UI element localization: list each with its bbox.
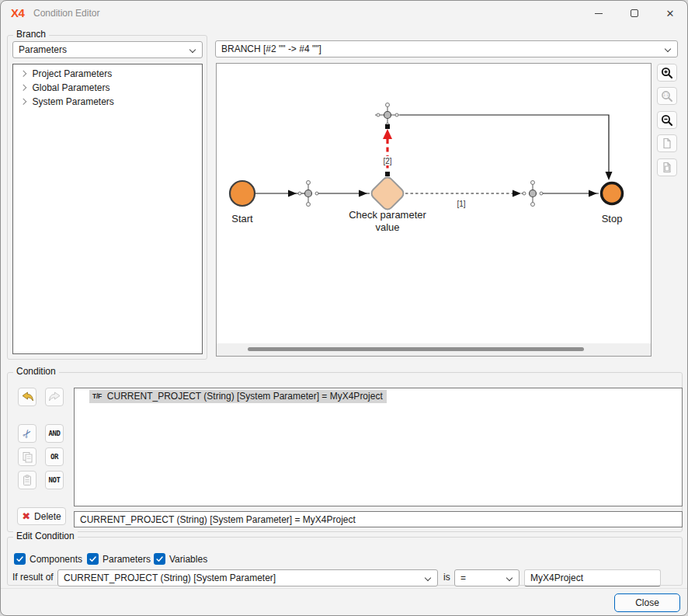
chevron-right-icon[interactable] xyxy=(20,99,26,105)
scrollbar-thumb[interactable] xyxy=(248,347,584,351)
workflow-canvas[interactable]: [1] xyxy=(216,63,652,357)
delete-label: Delete xyxy=(34,511,61,522)
arrowhead-icon xyxy=(513,190,521,197)
condition-group: Condition ✂ AND OR xyxy=(7,372,683,532)
condition-expression-field[interactable]: CURRENT_PROJECT (String) [System Paramet… xyxy=(74,511,683,527)
checkbox-checked-icon[interactable] xyxy=(154,553,165,565)
tree-item-project-parameters[interactable]: Project Parameters xyxy=(13,67,202,81)
canvas-horizontal-scrollbar[interactable] xyxy=(217,343,651,356)
branch-edge-2-selected[interactable]: [2] xyxy=(380,124,394,176)
tree-item-system-parameters[interactable]: System Parameters xyxy=(13,95,202,109)
variables-checkbox[interactable]: Variables xyxy=(154,553,207,565)
scissors-icon: ✂ xyxy=(20,426,34,440)
copy-button[interactable] xyxy=(18,447,36,466)
edit-condition-group-label: Edit Condition xyxy=(13,531,78,541)
undo-button[interactable] xyxy=(18,388,36,406)
zoom-actual-size-button[interactable]: 1:1 xyxy=(657,87,677,105)
title-bar[interactable]: X4 Condition Editor ✕ xyxy=(1,1,687,26)
true-false-icon: T/F xyxy=(92,392,102,400)
x4-logo-icon: X4 xyxy=(11,6,24,19)
checkbox-label: Parameters xyxy=(103,554,151,565)
checkbox-label: Variables xyxy=(169,554,207,565)
branch-select[interactable]: BRANCH [#2 "" -> #4 ""] xyxy=(215,40,678,57)
condition-row-text: CURRENT_PROJECT (String) [System Paramet… xyxy=(107,391,383,402)
chevron-right-icon[interactable] xyxy=(20,85,26,91)
maximize-icon xyxy=(631,9,638,17)
cut-button[interactable]: ✂ xyxy=(18,424,36,443)
maximize-button[interactable] xyxy=(617,1,652,26)
redo-button[interactable] xyxy=(45,388,64,406)
or-button[interactable]: OR xyxy=(45,447,64,466)
stop-node[interactable] xyxy=(602,183,623,204)
zoom-actual-size-icon: 1:1 xyxy=(661,90,673,103)
parameter-select[interactable]: CURRENT_PROJECT (String) [System Paramet… xyxy=(57,569,438,586)
close-window-button[interactable]: ✕ xyxy=(652,1,688,26)
redo-icon xyxy=(48,392,61,402)
checkbox-checked-icon[interactable] xyxy=(87,553,99,565)
minimize-icon xyxy=(595,13,603,14)
arrowhead-icon xyxy=(606,172,613,180)
fit-page-button[interactable] xyxy=(657,134,677,152)
paste-icon xyxy=(22,475,33,486)
fit-width-button[interactable] xyxy=(657,158,677,176)
zoom-in-icon xyxy=(661,67,673,79)
branch-group-label: Branch xyxy=(13,29,49,40)
start-node[interactable] xyxy=(230,181,255,206)
edit-condition-group: Edit Condition Components Parameters Var… xyxy=(7,537,683,586)
svg-text:1:1: 1:1 xyxy=(663,93,669,97)
stop-node-label: Stop xyxy=(602,213,623,224)
condition-list[interactable]: T/F CURRENT_PROJECT (String) [System Par… xyxy=(74,388,683,506)
minimize-button[interactable] xyxy=(581,1,617,26)
operator-select-value: = xyxy=(460,572,466,583)
chevron-right-icon[interactable] xyxy=(20,71,26,77)
tree-item-global-parameters[interactable]: Global Parameters xyxy=(13,81,202,95)
zoom-out-button[interactable] xyxy=(657,111,677,129)
tree-item-label: Global Parameters xyxy=(33,82,110,93)
chevron-down-icon xyxy=(665,46,671,52)
parameters-tree[interactable]: Project Parameters Global Parameters Sys… xyxy=(12,64,203,354)
edge-connector-node[interactable] xyxy=(375,103,400,127)
branch-source-value: Parameters xyxy=(19,44,67,55)
not-button[interactable]: NOT xyxy=(45,471,64,489)
and-label: AND xyxy=(49,430,61,437)
edge-1-label: [1] xyxy=(457,200,465,208)
chevron-down-icon xyxy=(506,575,513,581)
is-label: is xyxy=(443,572,450,583)
chevron-down-icon xyxy=(189,47,196,53)
arrowhead-icon xyxy=(288,190,297,197)
branch-source-select[interactable]: Parameters xyxy=(12,41,203,58)
delete-button[interactable]: ✖ Delete xyxy=(17,507,66,525)
window-title: Condition Editor xyxy=(33,8,99,19)
page-icon xyxy=(662,162,672,173)
if-result-of-label: If result of xyxy=(12,572,54,583)
close-button[interactable]: Close xyxy=(614,593,680,612)
close-icon: ✕ xyxy=(666,8,675,19)
checkbox-checked-icon[interactable] xyxy=(14,553,26,565)
arrowhead-icon xyxy=(359,190,367,197)
and-button[interactable]: AND xyxy=(45,424,64,443)
start-node-label: Start xyxy=(231,213,253,224)
not-label: NOT xyxy=(49,476,61,484)
tree-item-label: System Parameters xyxy=(33,96,114,107)
operator-select[interactable]: = xyxy=(454,569,519,586)
flow-edge[interactable] xyxy=(400,115,609,178)
edge-2-label: [2] xyxy=(383,157,391,165)
parameters-checkbox[interactable]: Parameters xyxy=(87,553,151,565)
copy-icon xyxy=(22,451,33,463)
compare-value-input[interactable] xyxy=(524,569,661,586)
components-checkbox[interactable]: Components xyxy=(14,553,82,565)
branch-select-value: BRANCH [#2 "" -> #4 ""] xyxy=(221,44,321,54)
footer-divider xyxy=(1,588,687,589)
condition-row-selected[interactable]: T/F CURRENT_PROJECT (String) [System Par… xyxy=(89,390,387,403)
page-icon xyxy=(662,137,672,149)
arrowhead-icon xyxy=(589,190,597,197)
condition-node[interactable] xyxy=(370,176,406,212)
or-label: OR xyxy=(50,453,58,461)
condition-list-row[interactable]: T/F CURRENT_PROJECT (String) [System Par… xyxy=(89,389,682,404)
condition-group-label: Condition xyxy=(13,366,59,377)
condition-editor-dialog: X4 Condition Editor ✕ Branch Parameters … xyxy=(0,0,688,616)
paste-button[interactable] xyxy=(18,471,36,489)
edge-connector-node[interactable] xyxy=(298,181,318,207)
edge-connector-node[interactable] xyxy=(523,181,543,207)
zoom-in-button[interactable] xyxy=(657,64,677,82)
